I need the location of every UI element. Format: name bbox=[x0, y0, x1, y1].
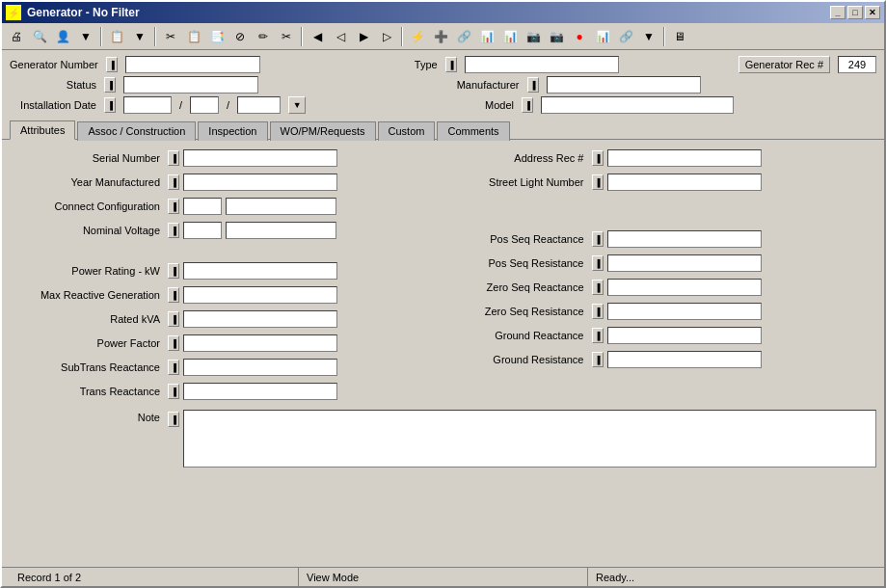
user-button[interactable]: 👤 bbox=[52, 26, 73, 47]
tab-comments[interactable]: Comments bbox=[437, 121, 509, 141]
generator-rec-button[interactable]: Generator Rec # bbox=[738, 56, 830, 73]
add-button[interactable]: ➕ bbox=[430, 26, 451, 47]
model-input[interactable] bbox=[541, 96, 734, 114]
search-button[interactable]: 🔍 bbox=[29, 26, 50, 47]
tab-inspection[interactable]: Inspection bbox=[198, 121, 267, 141]
chart1-button[interactable]: 📊 bbox=[476, 26, 497, 47]
copy-button[interactable]: 📋 bbox=[183, 26, 204, 47]
address-rec-lock[interactable]: ▐ bbox=[592, 150, 604, 166]
zero-seq-resistance-input[interactable] bbox=[607, 303, 762, 320]
manufacturer-lock[interactable]: ▐ bbox=[527, 77, 539, 93]
rated-kva-lock[interactable]: ▐ bbox=[168, 311, 179, 327]
subtrans-reactance-lock[interactable]: ▐ bbox=[168, 360, 179, 375]
chart3-button[interactable]: 📊 bbox=[592, 26, 613, 47]
street-light-lock[interactable]: ▐ bbox=[592, 174, 604, 190]
close-button[interactable]: ✕ bbox=[865, 6, 880, 19]
nominal-voltage-input1[interactable] bbox=[183, 222, 222, 239]
clipboard-dropdown-button[interactable]: ▼ bbox=[129, 26, 150, 47]
date-dropdown-button[interactable]: ▼ bbox=[288, 96, 306, 114]
trans-reactance-lock[interactable]: ▐ bbox=[168, 384, 179, 399]
filter-dropdown-button[interactable]: ▼ bbox=[75, 26, 96, 47]
print-button[interactable]: 🖨 bbox=[6, 26, 27, 47]
pos-seq-reactance-lock[interactable]: ▐ bbox=[592, 231, 604, 247]
serial-number-input[interactable] bbox=[183, 149, 337, 167]
serial-number-lock[interactable]: ▐ bbox=[168, 150, 179, 166]
status-lock[interactable]: ▐ bbox=[104, 77, 116, 93]
status-input[interactable] bbox=[123, 76, 258, 94]
power-factor-input[interactable] bbox=[183, 334, 337, 352]
scissors-button[interactable]: ✂ bbox=[276, 26, 297, 47]
manufacturer-input[interactable] bbox=[547, 76, 701, 94]
edit-button[interactable]: ✏ bbox=[253, 26, 274, 47]
pos-seq-resistance-input[interactable] bbox=[607, 254, 762, 272]
note-textarea[interactable] bbox=[183, 410, 876, 468]
sep2 bbox=[154, 27, 156, 46]
next-button[interactable]: ▶ bbox=[353, 26, 374, 47]
minimize-button[interactable]: _ bbox=[830, 6, 846, 19]
header-fields: Generator Number ▐ Type ▐ Generator Rec … bbox=[2, 50, 884, 120]
max-reactive-input[interactable] bbox=[183, 286, 337, 304]
subtrans-reactance-input[interactable] bbox=[183, 359, 337, 376]
date-year-input[interactable] bbox=[237, 96, 281, 114]
ground-reactance-lock[interactable]: ▐ bbox=[592, 328, 604, 343]
rated-kva-input[interactable] bbox=[183, 310, 337, 328]
connect-config-input1[interactable] bbox=[183, 198, 222, 215]
chart2-button[interactable]: 📊 bbox=[499, 26, 521, 47]
address-rec-input[interactable] bbox=[607, 149, 762, 167]
connect-config-lock[interactable]: ▐ bbox=[168, 199, 179, 214]
tab-custom[interactable]: Custom bbox=[378, 121, 436, 141]
tab-attributes[interactable]: Attributes bbox=[10, 120, 75, 140]
installation-date-lock[interactable]: ▐ bbox=[104, 97, 116, 113]
main-window: ⚡ Generator - No Filter _ □ ✕ 🖨 🔍 👤 ▼ 📋 … bbox=[0, 0, 886, 588]
spacer2 bbox=[453, 196, 877, 209]
generator-number-lock[interactable]: ▐ bbox=[106, 57, 118, 72]
link-button[interactable]: 🔗 bbox=[453, 26, 474, 47]
generator-rec-input[interactable] bbox=[838, 56, 876, 73]
zero-seq-resistance-lock[interactable]: ▐ bbox=[592, 304, 604, 319]
tab-wo-pm-requests[interactable]: WO/PM/Requests bbox=[270, 121, 376, 141]
zero-seq-reactance-input[interactable] bbox=[607, 279, 762, 296]
date-day-input[interactable] bbox=[190, 96, 219, 114]
tab-assoc-construction[interactable]: Assoc / Construction bbox=[77, 121, 196, 141]
nominal-voltage-input2[interactable] bbox=[226, 222, 336, 239]
power-rating-lock[interactable]: ▐ bbox=[168, 263, 179, 279]
trans-reactance-input[interactable] bbox=[183, 383, 337, 400]
paste-button[interactable]: 📑 bbox=[206, 26, 228, 47]
date-month-input[interactable] bbox=[123, 96, 172, 114]
red-button[interactable]: ● bbox=[569, 26, 590, 47]
first-button[interactable]: ◀ bbox=[307, 26, 328, 47]
clipboard-button[interactable]: 📋 bbox=[106, 26, 127, 47]
monitor-button[interactable]: 🖥 bbox=[669, 26, 690, 47]
delete-button[interactable]: ⊘ bbox=[229, 26, 251, 47]
ground-reactance-input[interactable] bbox=[607, 327, 762, 344]
power-factor-lock[interactable]: ▐ bbox=[168, 335, 179, 351]
cut-button[interactable]: ✂ bbox=[160, 26, 181, 47]
last-button[interactable]: ▷ bbox=[376, 26, 397, 47]
lightning-button[interactable]: ⚡ bbox=[407, 26, 428, 47]
model-lock[interactable]: ▐ bbox=[522, 97, 533, 113]
zero-seq-reactance-lock[interactable]: ▐ bbox=[592, 280, 604, 295]
power-rating-input[interactable] bbox=[183, 262, 337, 280]
maximize-button[interactable]: □ bbox=[847, 6, 863, 19]
pos-seq-reactance-input[interactable] bbox=[607, 230, 762, 248]
year-manufactured-lock[interactable]: ▐ bbox=[168, 174, 179, 190]
note-section: Note ▐ bbox=[10, 410, 876, 468]
connect-config-input2[interactable] bbox=[226, 198, 336, 215]
tools-dropdown-button[interactable]: ▼ bbox=[638, 26, 659, 47]
note-lock[interactable]: ▐ bbox=[168, 412, 179, 427]
photo2-button[interactable]: 📷 bbox=[546, 26, 567, 47]
generator-number-input[interactable] bbox=[125, 56, 260, 73]
photo1-button[interactable]: 📷 bbox=[523, 26, 544, 47]
street-light-input[interactable] bbox=[607, 174, 762, 191]
type-input[interactable] bbox=[465, 56, 619, 73]
nominal-voltage-lock[interactable]: ▐ bbox=[168, 223, 179, 238]
prev-button[interactable]: ◁ bbox=[330, 26, 351, 47]
type-lock[interactable]: ▐ bbox=[445, 57, 457, 72]
max-reactive-lock[interactable]: ▐ bbox=[168, 287, 179, 303]
link2-button[interactable]: 🔗 bbox=[615, 26, 636, 47]
installation-date-label: Installation Date bbox=[10, 99, 96, 111]
ground-resistance-input[interactable] bbox=[607, 351, 762, 368]
ground-resistance-lock[interactable]: ▐ bbox=[592, 352, 604, 367]
pos-seq-resistance-lock[interactable]: ▐ bbox=[592, 255, 604, 271]
year-manufactured-input[interactable] bbox=[183, 174, 337, 191]
